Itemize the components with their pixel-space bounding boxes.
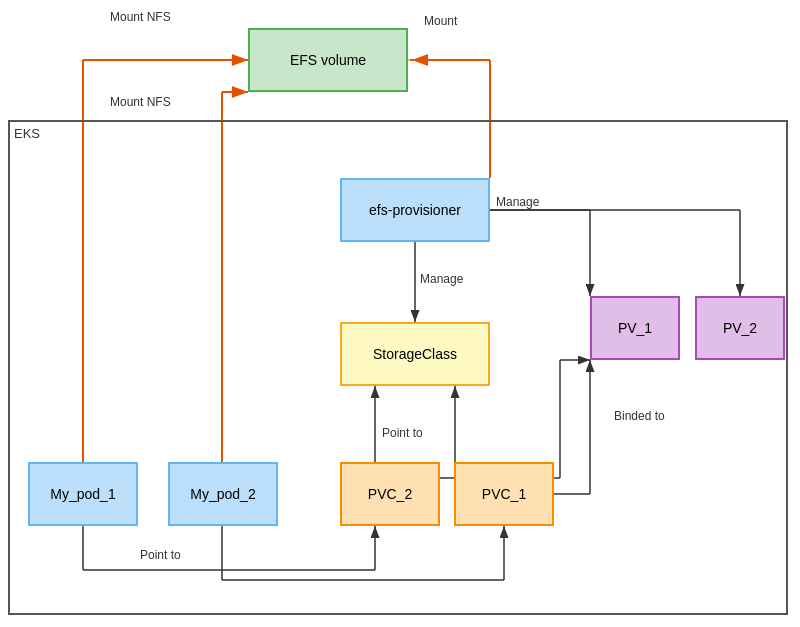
efs-volume-box: EFS volume xyxy=(248,28,408,92)
pv2-box: PV_2 xyxy=(695,296,785,360)
my-pod2-label: My_pod_2 xyxy=(190,486,255,502)
eks-label: EKS xyxy=(14,126,40,141)
my-pod2-box: My_pod_2 xyxy=(168,462,278,526)
efs-provisioner-label: efs-provisioner xyxy=(369,202,461,218)
pvc1-label: PVC_1 xyxy=(482,486,526,502)
pvc1-box: PVC_1 xyxy=(454,462,554,526)
storage-class-label: StorageClass xyxy=(373,346,457,362)
mount-top-label: Mount xyxy=(424,14,457,28)
my-pod1-label: My_pod_1 xyxy=(50,486,115,502)
efs-provisioner-box: efs-provisioner xyxy=(340,178,490,242)
my-pod1-box: My_pod_1 xyxy=(28,462,138,526)
mount-nfs-top-label: Mount NFS xyxy=(110,10,171,24)
storage-class-box: StorageClass xyxy=(340,322,490,386)
efs-volume-label: EFS volume xyxy=(290,52,366,68)
pv2-label: PV_2 xyxy=(723,320,757,336)
pvc2-box: PVC_2 xyxy=(340,462,440,526)
pv1-label: PV_1 xyxy=(618,320,652,336)
pv1-box: PV_1 xyxy=(590,296,680,360)
mount-nfs-bottom-label: Mount NFS xyxy=(110,95,171,109)
diagram: Mount NFS Mount Mount NFS Manage Manage … xyxy=(0,0,800,627)
pvc2-label: PVC_2 xyxy=(368,486,412,502)
